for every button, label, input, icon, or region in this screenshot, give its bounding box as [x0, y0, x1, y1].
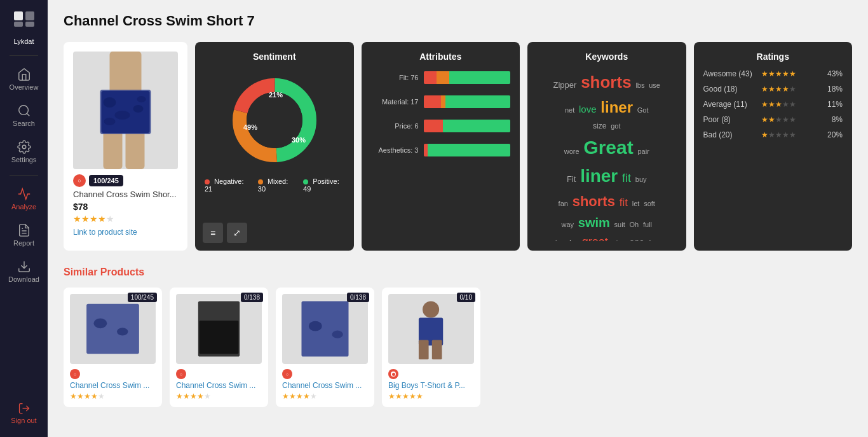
kw-net: net — [565, 105, 574, 116]
rating-row-awesome: Awesome (43) ★★★★★ 43% — [703, 69, 843, 78]
keywords-card: Keywords Zipper shorts lbs use net love … — [527, 42, 686, 251]
svg-rect-35 — [200, 321, 239, 354]
svg-rect-2 — [14, 22, 23, 27]
similar-brand-row-1: ○ — [70, 369, 156, 379]
svg-point-18 — [115, 111, 130, 120]
settings-icon — [17, 140, 31, 154]
similar-brand-icon-1: ○ — [70, 369, 80, 379]
kw-size: size — [593, 120, 606, 132]
kw-liner1: liner — [600, 96, 633, 119]
sidebar-item-settings[interactable]: Settings — [0, 134, 48, 170]
similar-card-2[interactable]: 0/138 ○ Channel Cross Swim ... ★★★★★ — [170, 288, 268, 407]
attr-row-material: Material: 17 — [371, 95, 511, 108]
similar-products-section: Similar Products 100/245 ○ Channel Cross… — [64, 267, 852, 407]
kw-fit1: Fit — [567, 173, 576, 186]
filter-button[interactable]: ≡ — [203, 223, 223, 243]
rating-row-bad: Bad (20) ★★★★★ 20% — [703, 130, 843, 139]
similar-card-4[interactable]: 0/10 Big Boys T-Short & P... ★★★★★ — [382, 288, 480, 407]
similar-grid: 100/245 ○ Channel Cross Swim ... ★★★★★ 0… — [64, 288, 852, 407]
attr-bar-fit — [424, 71, 511, 84]
sidebar-item-analyze[interactable]: Analyze — [0, 181, 48, 217]
similar-image-3 — [282, 294, 368, 364]
similar-name-3: Channel Cross Swim ... — [282, 381, 368, 390]
rating-stars-awesome: ★★★★★ — [761, 69, 796, 78]
attr-bar-material — [424, 95, 511, 108]
sentiment-title: Sentiment — [205, 52, 344, 62]
rating-row-good: Good (18) ★★★★★ 18% — [703, 85, 843, 94]
svg-point-39 — [332, 331, 342, 338]
svg-rect-43 — [419, 340, 429, 359]
brand-row: ○ 100/245 — [73, 174, 178, 187]
expand-button[interactable]: ⤢ — [227, 223, 247, 243]
sidebar-item-report[interactable]: Report — [0, 217, 48, 253]
similar-image-4 — [388, 294, 474, 364]
kw-shorts1: shorts — [581, 70, 631, 95]
ratings-card: Ratings Awesome (43) ★★★★★ 43% Good (18)… — [694, 42, 853, 251]
review-badge: 100/245 — [89, 175, 123, 186]
sign-out-button[interactable]: Sign out — [11, 396, 36, 431]
home-icon — [17, 67, 31, 81]
rating-stars-bad: ★★★★★ — [761, 130, 796, 139]
logo-label: Lykdat — [13, 38, 34, 45]
kw-great1: Great — [583, 133, 633, 162]
sidebar-item-search[interactable]: Search — [0, 97, 48, 134]
kw-liner2: liner — [580, 163, 618, 190]
svg-rect-0 — [14, 11, 23, 20]
rating-stars-good: ★★★★★ — [761, 85, 796, 94]
rating-label-bad: Bad (20) — [703, 130, 757, 139]
svg-point-17 — [133, 105, 144, 113]
svg-point-38 — [309, 321, 322, 331]
svg-rect-44 — [432, 340, 442, 359]
attributes-card: Attributes Fit: 76 Material: 17 — [362, 42, 520, 251]
sign-out-icon — [18, 402, 31, 415]
kw-full: full — [643, 219, 652, 230]
similar-brand-icon-2: ○ — [176, 369, 186, 379]
kw-zipper: Zipper — [553, 79, 577, 92]
attr-row-fit: Fit: 76 — [371, 71, 511, 84]
product-stars: ★★★★★ — [73, 214, 178, 224]
positive-legend: Positive: 49 — [303, 177, 344, 193]
sidebar-item-overview[interactable]: Overview — [0, 61, 48, 97]
svg-rect-30 — [86, 304, 139, 354]
product-link[interactable]: Link to product site — [73, 228, 178, 237]
kw-fit2: fit — [622, 170, 631, 187]
word-cloud: Zipper shorts lbs use net love liner Got… — [537, 69, 677, 241]
kw-shorts2: shorts — [573, 191, 615, 212]
svg-text:21%: 21% — [269, 91, 283, 99]
similar-image-2 — [176, 294, 262, 364]
similar-brand-icon-3: ○ — [282, 369, 292, 379]
kw-oh: Oh — [630, 219, 639, 230]
product-card: ○ 100/245 Channel Cross Swim Shor... $78… — [64, 42, 187, 251]
search-icon — [17, 104, 31, 118]
similar-badge-4: 0/10 — [457, 293, 475, 302]
attributes-title: Attributes — [371, 52, 511, 62]
ratings-list: Awesome (43) ★★★★★ 43% Good (18) ★★★★★ 1… — [703, 69, 843, 139]
similar-stars-1: ★★★★★ — [70, 392, 156, 401]
rating-label-average: Average (11) — [703, 100, 757, 109]
mixed-legend: Mixed: 30 — [258, 177, 294, 193]
rating-label-poor: Poor (8) — [703, 115, 757, 124]
similar-card-3[interactable]: 0/138 ○ Channel Cross Swim ... ★★★★★ — [276, 288, 374, 407]
rating-pct-good: 18% — [827, 85, 843, 94]
sidebar-item-download[interactable]: Download — [0, 253, 48, 289]
svg-text:49%: 49% — [243, 123, 257, 131]
kw-buy: buy — [635, 174, 647, 185]
kw-got2: got — [611, 121, 620, 132]
svg-line-5 — [27, 113, 29, 116]
svg-point-19 — [104, 118, 116, 125]
ratings-title: Ratings — [703, 52, 843, 62]
attr-row-aesthetics: Aesthetics: 3 — [371, 144, 511, 156]
product-image — [73, 52, 178, 169]
page-title: Channel Cross Swim Short 7 — [64, 13, 852, 29]
rating-pct-bad: 20% — [827, 130, 843, 139]
kw-got: Got — [637, 105, 649, 116]
kw-pair: pair — [637, 146, 649, 157]
logo[interactable] — [11, 6, 37, 34]
similar-card-1[interactable]: 100/245 ○ Channel Cross Swim ... ★★★★★ — [64, 288, 162, 407]
kw-let: let — [632, 198, 640, 209]
similar-stars-2: ★★★★★ — [176, 392, 262, 401]
kw-great2: great — [582, 233, 608, 241]
kw-soft: soft — [644, 198, 655, 209]
kw-trunks: trunks — [555, 237, 578, 241]
analyze-icon — [17, 187, 31, 201]
